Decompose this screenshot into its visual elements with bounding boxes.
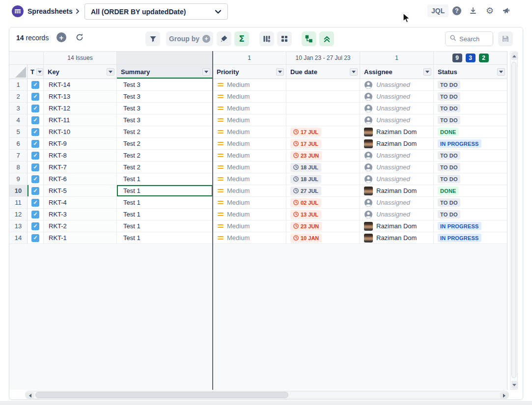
breadcrumb-app-name[interactable]: Spreadsheets	[28, 7, 73, 15]
key-cell[interactable]: RKT-14	[44, 79, 117, 91]
row-number-cell[interactable]: 14	[9, 232, 28, 244]
summary-cell[interactable]: Test 1	[117, 185, 213, 197]
due-date-cell[interactable]: 18 JUL	[286, 173, 360, 185]
row-checkbox[interactable]: ✓	[31, 222, 39, 230]
summary-cell[interactable]: Test 3	[117, 91, 213, 103]
download-icon[interactable]	[468, 5, 478, 16]
scroll-left-button[interactable]	[26, 392, 34, 399]
priority-cell[interactable]: Medium	[213, 103, 286, 114]
key-cell[interactable]: RKT-2	[44, 220, 117, 232]
scroll-up-button[interactable]	[511, 52, 517, 60]
row-number-cell[interactable]: 7	[9, 150, 28, 162]
summary-cell[interactable]: Test 2	[117, 138, 213, 150]
row-checkbox-cell[interactable]: ✓	[28, 209, 44, 220]
due-date-cell[interactable]: 17 JUL	[286, 126, 360, 138]
row-checkbox-cell[interactable]: ✓	[28, 220, 44, 232]
sum-button[interactable]: Σ	[234, 31, 249, 46]
priority-cell[interactable]: Medium	[213, 197, 286, 209]
priority-cell[interactable]: Medium	[213, 138, 286, 150]
due-date-cell[interactable]: 27 JUL	[286, 185, 360, 197]
row-number-cell[interactable]: 8	[9, 162, 28, 173]
megaphone-icon[interactable]	[501, 5, 512, 16]
key-cell[interactable]: RKT-12	[44, 103, 117, 114]
priority-cell[interactable]: Medium	[213, 150, 286, 162]
priority-cell[interactable]: Medium	[213, 173, 286, 185]
row-checkbox-cell[interactable]: ✓	[28, 126, 44, 138]
priority-cell[interactable]: Medium	[213, 91, 286, 103]
row-checkbox-cell[interactable]: ✓	[28, 91, 44, 103]
due-date-cell[interactable]: 13 JUL	[286, 209, 360, 220]
key-cell[interactable]: RKT-6	[44, 173, 117, 185]
row-checkbox[interactable]: ✓	[31, 199, 39, 207]
status-cell[interactable]: IN PROGRESS	[434, 138, 507, 150]
gear-icon[interactable]: ⚙	[484, 5, 495, 16]
key-cell[interactable]: RKT-1	[44, 232, 117, 244]
summary-cell[interactable]: Test 3	[117, 114, 213, 126]
priority-cell[interactable]: Medium	[213, 126, 286, 138]
column-header-summary[interactable]: Summary	[117, 65, 213, 79]
summary-cell[interactable]: Test 2	[117, 150, 213, 162]
row-checkbox-cell[interactable]: ✓	[28, 103, 44, 114]
summary-cell[interactable]: Test 3	[117, 103, 213, 114]
status-cell[interactable]: DONE	[434, 126, 507, 138]
summary-cell[interactable]: Test 2	[117, 162, 213, 173]
assignee-cell[interactable]: Unassigned	[360, 150, 434, 162]
row-checkbox[interactable]: ✓	[31, 81, 39, 89]
row-checkbox-cell[interactable]: ✓	[28, 114, 44, 126]
status-cell[interactable]: DONE	[434, 185, 507, 197]
assignee-cell[interactable]: Raziman Dom	[360, 220, 434, 232]
row-checkbox[interactable]: ✓	[31, 128, 39, 136]
group-cell-assignee-count[interactable]: 1	[360, 51, 434, 65]
column-menu-button[interactable]	[276, 68, 284, 76]
group-cell-summary[interactable]	[117, 51, 213, 65]
horizontal-scrollbar[interactable]	[25, 391, 509, 399]
priority-cell[interactable]: Medium	[213, 114, 286, 126]
group-cell-status-counts[interactable]: 932	[434, 51, 507, 65]
column-menu-button[interactable]	[36, 68, 43, 76]
status-cell[interactable]: TO DO	[434, 162, 507, 173]
row-checkbox-cell[interactable]: ✓	[28, 173, 44, 185]
key-cell[interactable]: RKT-13	[44, 91, 117, 103]
status-cell[interactable]: TO DO	[434, 209, 507, 220]
hierarchy-button[interactable]	[302, 31, 316, 46]
assignee-cell[interactable]: Raziman Dom	[360, 138, 434, 150]
summary-cell[interactable]: Test 2	[117, 126, 213, 138]
select-all-corner[interactable]	[9, 65, 28, 79]
priority-cell[interactable]: Medium	[213, 79, 286, 91]
due-date-cell[interactable]	[286, 103, 360, 114]
row-number-cell[interactable]: 12	[9, 209, 28, 220]
due-date-cell[interactable]: 18 JUL	[286, 162, 360, 173]
row-checkbox-cell[interactable]: ✓	[28, 138, 44, 150]
row-number-cell[interactable]: 13	[9, 220, 28, 232]
row-number-cell[interactable]: 5	[9, 126, 28, 138]
row-checkbox[interactable]: ✓	[31, 93, 39, 101]
column-header-type[interactable]: T	[28, 65, 44, 79]
column-menu-button[interactable]	[497, 68, 505, 76]
row-checkbox[interactable]: ✓	[31, 163, 39, 171]
row-checkbox[interactable]: ✓	[31, 175, 39, 183]
vertical-scrollbar-thumb[interactable]	[511, 62, 516, 378]
view-selector[interactable]: All (ORDER BY updatedDate)	[84, 3, 228, 20]
card-view-button[interactable]	[277, 31, 292, 46]
due-date-cell[interactable]	[286, 79, 360, 91]
row-checkbox-cell[interactable]: ✓	[28, 162, 44, 173]
key-cell[interactable]: RKT-4	[44, 197, 117, 209]
group-cell-due-range[interactable]: 10 Jan 23 - 27 Jul 23	[286, 51, 360, 65]
scroll-down-button[interactable]	[511, 381, 517, 389]
row-checkbox-cell[interactable]: ✓	[28, 197, 44, 209]
group-cell-priority-count[interactable]: 1	[213, 51, 286, 65]
summary-cell[interactable]: Test 1	[117, 173, 213, 185]
summary-cell[interactable]: Test 1	[117, 232, 213, 244]
due-date-cell[interactable]: 10 JAN	[286, 232, 360, 244]
summary-cell[interactable]: Test 1	[117, 220, 213, 232]
refresh-button[interactable]	[74, 32, 85, 43]
row-number-cell[interactable]: 2	[9, 91, 28, 103]
row-number-cell[interactable]: 6	[9, 138, 28, 150]
row-checkbox[interactable]: ✓	[31, 105, 39, 112]
assignee-cell[interactable]: Unassigned	[360, 91, 434, 103]
status-cell[interactable]: TO DO	[434, 173, 507, 185]
column-header-assignee[interactable]: Assignee	[360, 65, 434, 79]
jql-button[interactable]: JQL	[427, 4, 448, 17]
group-by-button[interactable]: Group by +	[166, 31, 213, 46]
status-cell[interactable]: TO DO	[434, 197, 507, 209]
